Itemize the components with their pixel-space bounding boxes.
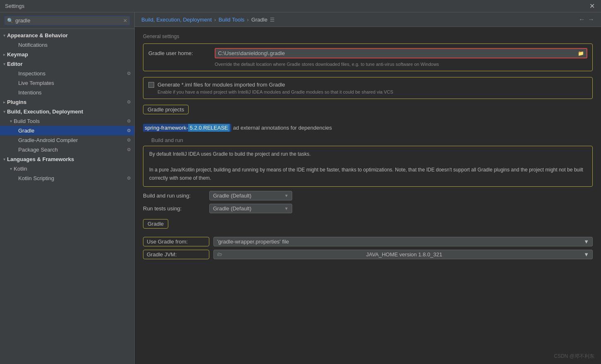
run-tests-row: Run tests using: Gradle (Default) ▼ [143,204,593,213]
gradle-jvm-dropdown[interactable]: 🗁 JAVA_HOME version 1.8.0_321 ▼ [213,250,593,259]
sidebar-item-editor[interactable]: ▾ Editor [0,59,134,69]
use-gradle-dropdown[interactable]: 'gradle-wrapper.properties' file ▼ [213,237,593,246]
sidebar-nav: ▾ Appearance & Behavior Notifications ▸ … [0,29,134,364]
run-tests-dropdown[interactable]: Gradle (Default) ▼ [209,204,292,213]
sidebar-item-languages[interactable]: ▾ Languages & Frameworks [0,154,134,164]
general-settings-box: Gradle user home: 📁 Override the default… [143,43,593,71]
sidebar-item-kotlin-scripting[interactable]: Kotlin Scripting ⚙ [0,174,134,183]
sidebar-item-plugins[interactable]: ▸ Plugins ⚙ [0,97,134,107]
gradle-user-home-input[interactable] [218,50,578,56]
sidebar-item-label: Appearance & Behavior [7,32,68,39]
gradle-projects-label: Gradle projects [143,105,189,114]
build-run-text2: In a pure Java/Kotlin project, building … [149,166,586,182]
content-scroll: General settings Gradle user home: 📁 Ove… [135,27,601,364]
search-clear-button[interactable]: ✕ [123,18,127,24]
gradle-jvm-row: Gradle JVM: 🗁 JAVA_HOME version 1.8.0_32… [143,250,593,259]
forward-button[interactable]: → [588,16,594,23]
breadcrumb-separator1: › [214,17,216,23]
sidebar-item-intentions[interactable]: Intentions [0,88,134,97]
breadcrumb-part1[interactable]: Build, Execution, Deployment [141,17,212,23]
breadcrumb-settings-icon: ☰ [270,17,275,23]
project-name-part1: spring-framework- [145,125,188,131]
sidebar-item-live-templates[interactable]: Live Templates [0,78,134,88]
back-button[interactable]: ← [579,16,585,23]
titlebar: Settings ✕ [0,0,601,12]
chevron-down-icon: ▾ [3,109,5,114]
settings-icon: ⚙ [127,71,131,76]
settings-icon: ⚙ [127,137,131,143]
sidebar-item-gradle[interactable]: Gradle ⚙ [0,126,134,135]
sidebar-item-build-tools[interactable]: ▾ Build Tools ⚙ [0,116,134,126]
gradle-user-home-input-wrapper: 📁 [215,48,587,58]
sidebar-item-label: Gradle [18,128,34,134]
settings-icon: ⚙ [127,99,131,105]
sidebar-item-gradle-android[interactable]: Gradle-Android Compiler ⚙ [0,135,134,145]
build-run-using-dropdown[interactable]: Gradle (Default) ▼ [209,191,292,200]
use-gradle-value: 'gradle-wrapper.properties' file [217,239,289,245]
chevron-down-icon: ▾ [3,62,5,66]
close-button[interactable]: ✕ [588,2,596,10]
chevron-right-icon: ▸ [3,52,5,57]
chevron-down-icon: ▾ [10,166,12,171]
settings-icon: ⚙ [127,176,131,181]
sidebar-item-label: Notifications [18,42,48,48]
chevron-down-icon: ▼ [284,206,288,211]
generate-iml-row: Generate *.iml files for modules importe… [148,82,587,88]
settings-icon: ⚙ [127,118,131,124]
gradle-jvm-label: Gradle JVM: [143,250,209,259]
search-box: 🔍 ✕ [0,12,134,29]
build-run-box: By default IntelliJ IDEA uses Gradle to … [143,146,593,187]
run-tests-value: Gradle (Default) [213,205,251,212]
sidebar-item-label: Keymap [7,51,28,58]
project-name-part2: 5.2.0.RELEASE [188,124,230,132]
chevron-right-icon: ▸ [3,100,5,104]
chevron-down-icon: ▼ [284,193,288,198]
gradle-user-home-hint: Override the default location where Grad… [215,62,587,67]
chevron-down-icon: ▾ [3,157,5,162]
content-area: Build, Execution, Deployment › Build Too… [135,12,601,364]
sidebar-item-label: Build Tools [14,118,40,124]
sidebar-item-label: Inspections [18,70,46,77]
breadcrumb-bar: Build, Execution, Deployment › Build Too… [135,12,601,27]
folder-icon: 📁 [578,51,584,56]
sidebar-item-label: Gradle-Android Compiler [18,137,78,143]
breadcrumb-current: Gradle [251,17,267,23]
sidebar-item-inspections[interactable]: Inspections ⚙ [0,69,134,78]
sidebar-item-label: Kotlin [14,166,27,172]
chevron-down-icon: ▼ [584,251,589,258]
search-input[interactable] [15,17,123,24]
breadcrumb-part2[interactable]: Build Tools [218,17,245,23]
run-tests-label: Run tests using: [143,205,209,212]
generate-iml-checkbox[interactable] [148,82,154,88]
sidebar-item-package-search[interactable]: Package Search ⚙ [0,145,134,154]
folder-icon: 🗁 [217,251,222,257]
project-row: spring-framework-5.2.0.RELEASE ad extern… [143,123,593,133]
breadcrumb-nav: ← → [579,16,594,23]
generate-iml-box: Generate *.iml files for modules importe… [143,77,593,99]
search-input-wrapper: 🔍 ✕ [4,16,130,25]
gradle-jvm-value: JAVA_HOME version 1.8.0_321 [366,251,442,258]
generate-iml-hint: Enable if you have a mixed project with … [158,89,587,94]
chevron-down-icon: ▾ [10,119,12,123]
sidebar-item-keymap[interactable]: ▸ Keymap [0,50,134,59]
sidebar-item-build-execution[interactable]: ▾ Build, Execution, Deployment [0,107,134,116]
sidebar-item-label: Editor [7,61,23,67]
build-run-using-label: Build and run using: [143,193,209,199]
search-icon: 🔍 [7,18,13,24]
sidebar-item-notifications[interactable]: Notifications [0,40,134,50]
sidebar-item-label: Package Search [18,147,58,153]
chevron-down-icon: ▾ [3,33,5,38]
gradle-section-label: Gradle [143,219,168,229]
chevron-down-icon: ▼ [584,239,589,245]
build-run-header: Build and run [143,137,593,143]
sidebar-item-kotlin[interactable]: ▾ Kotlin [0,164,134,174]
build-run-using-value: Gradle (Default) [213,193,251,199]
use-gradle-row: Use Gradle from: 'gradle-wrapper.propert… [143,237,593,246]
sidebar: 🔍 ✕ ▾ Appearance & Behavior Notification… [0,12,135,364]
sidebar-item-label: Build, Execution, Deployment [7,108,83,115]
sidebar-item-appearance[interactable]: ▾ Appearance & Behavior [0,31,134,40]
use-gradle-label: Use Gradle from: [143,237,209,246]
sidebar-item-label: Live Templates [18,80,54,86]
build-run-text1: By default IntelliJ IDEA uses Gradle to … [149,150,586,158]
settings-icon: ⚙ [127,128,131,133]
